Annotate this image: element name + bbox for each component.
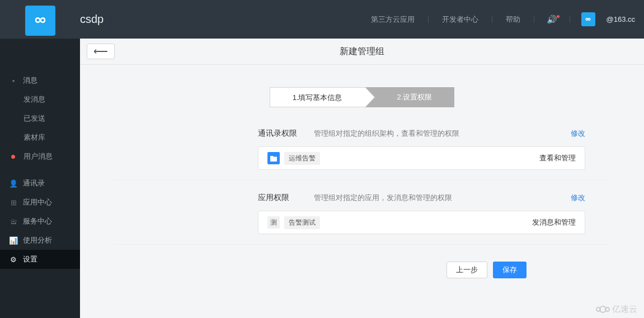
form-actions: 上一步 保存 — [114, 262, 610, 278]
page-header: ⟵ 新建管理组 — [80, 39, 644, 65]
sidebar-sub-sent[interactable]: 已发送 — [0, 109, 80, 128]
sidebar-item-label: 素材库 — [23, 132, 45, 143]
sidebar-item-label: 设置 — [23, 254, 37, 264]
step-label: 2.设置权限 — [397, 93, 433, 101]
permission-tag: 告警测试 — [284, 216, 320, 229]
sidebar-item-label: 使用分析 — [23, 235, 52, 245]
arrow-left-icon: ⟵ — [93, 45, 108, 58]
cloud-icon — [596, 306, 610, 313]
sidebar-item-label: 服务中心 — [23, 216, 52, 226]
step-indicator: 1.填写基本信息 2.设置权限 — [114, 87, 610, 107]
permission-tag: 运维告警 — [284, 152, 320, 165]
infinity-icon — [584, 15, 593, 24]
main-area: ⟵ 新建管理组 1.填写基本信息 2.设置权限 通讯录权限 管理组对指定的组织架… — [80, 39, 644, 318]
section-title: 通讯录权限 — [258, 129, 314, 139]
sidebar-item-label: 通讯录 — [23, 178, 45, 188]
apps-icon: ⊞ — [10, 198, 17, 207]
sidebar-sub-send[interactable]: 发消息 — [0, 90, 80, 109]
sidebar-item-service[interactable]: 🛎服务中心 — [0, 212, 80, 231]
separator — [428, 16, 429, 23]
sidebar-item-apps[interactable]: ⊞应用中心 — [0, 193, 80, 212]
prev-button[interactable]: 上一步 — [446, 262, 487, 278]
step-basic-info[interactable]: 1.填写基本信息 — [270, 87, 365, 107]
separator — [534, 16, 534, 23]
sidebar-item-label: 消息 — [23, 75, 37, 86]
top-bar: csdp 第三方云应用 开发者中心 帮助 🔊 @163.cc — [0, 0, 644, 39]
logo-wrap — [0, 3, 80, 36]
app-logo[interactable] — [25, 6, 55, 36]
app-badge-icon: 测 — [267, 216, 280, 229]
sidebar-item-settings[interactable]: ⚙设置 — [0, 250, 80, 269]
sidebar-item-messages[interactable]: ▪ 消息 — [0, 71, 80, 90]
section-title: 应用权限 — [258, 193, 314, 203]
edit-link[interactable]: 修改 — [571, 129, 585, 139]
contacts-icon: 👤 — [10, 179, 17, 188]
sound-icon[interactable]: 🔊 — [540, 15, 564, 25]
section-description: 管理组对指定的组织架构，查看和管理的权限 — [314, 129, 459, 139]
app-permission-section: 应用权限 管理组对指定的应用，发消息和管理的权限 修改 测 告警测试 发消息和管… — [114, 193, 610, 245]
watermark: 亿速云 — [596, 304, 637, 315]
service-icon: 🛎 — [10, 217, 17, 226]
topnav-cloud-apps[interactable]: 第三方云应用 — [363, 15, 422, 25]
analytics-icon: 📊 — [10, 236, 17, 245]
step-label: 1.填写基本信息 — [293, 93, 342, 102]
sidebar: ▪ 消息 发消息 已发送 素材库 用户消息 👤通讯录 ⊞应用中心 🛎服务中心 📊… — [0, 39, 80, 318]
separator — [492, 16, 492, 23]
permission-row: 运维告警 查看和管理 — [258, 146, 585, 170]
back-button[interactable]: ⟵ — [87, 44, 115, 59]
notification-dot-icon — [11, 155, 15, 159]
save-button[interactable]: 保存 — [493, 262, 527, 278]
sidebar-item-label: 已发送 — [23, 113, 45, 124]
sidebar-sub-user-messages[interactable]: 用户消息 — [0, 147, 80, 166]
contacts-permission-section: 通讯录权限 管理组对指定的组织架构，查看和管理的权限 修改 运维告警 查看和管理 — [114, 129, 610, 181]
sidebar-item-label: 用户消息 — [23, 151, 53, 162]
section-description: 管理组对指定的应用，发消息和管理的权限 — [314, 193, 452, 203]
edit-link[interactable]: 修改 — [571, 193, 585, 203]
settings-icon: ⚙ — [10, 255, 17, 264]
topnav-dev-center[interactable]: 开发者中心 — [434, 15, 486, 25]
watermark-text: 亿速云 — [612, 304, 637, 315]
sidebar-item-contacts[interactable]: 👤通讯录 — [0, 174, 80, 193]
sidebar-item-label: 发消息 — [23, 94, 45, 105]
page-title: 新建管理组 — [340, 46, 384, 58]
user-email[interactable]: @163.cc — [607, 15, 636, 23]
infinity-bubble-icon — [31, 11, 50, 30]
folder-icon — [267, 152, 280, 164]
brand-name: csdp — [80, 13, 104, 26]
top-right: 第三方云应用 开发者中心 帮助 🔊 @163.cc — [363, 12, 636, 26]
sidebar-item-label: 应用中心 — [23, 197, 52, 207]
sidebar-item-analytics[interactable]: 📊使用分析 — [0, 231, 80, 250]
sidebar-sub-materials[interactable]: 素材库 — [0, 128, 80, 147]
topnav-help[interactable]: 帮助 — [498, 15, 528, 25]
permission-value: 查看和管理 — [539, 153, 576, 163]
step-set-permissions: 2.设置权限 — [365, 87, 455, 107]
message-icon: ▪ — [10, 77, 17, 85]
user-avatar[interactable] — [581, 12, 595, 26]
permission-value: 发消息和管理 — [532, 217, 576, 227]
permission-row: 测 告警测试 发消息和管理 — [258, 211, 585, 234]
separator — [570, 16, 570, 23]
